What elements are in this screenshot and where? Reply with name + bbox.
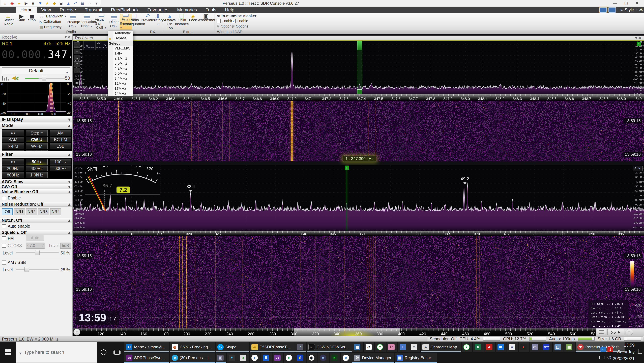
mode-button[interactable]: ••• [2,130,24,136]
tray-display-icon[interactable] [600,355,604,359]
task-visual-studio[interactable]: VSSDRPhaseTwo - Mic... [124,352,169,363]
more-icon[interactable]: ▾ [94,1,99,6]
task-audio-app[interactable]: ♫ [295,342,306,352]
pinned-scope[interactable]: ≈ [330,352,340,363]
pinned-gpu[interactable]: ▤ [564,342,575,352]
filter-button[interactable]: 800Hz [2,172,24,178]
folder-icon[interactable]: ▰ [17,1,22,6]
task-folder[interactable]: ▰E:\SDRPhaseTwo\... [250,342,295,352]
minimize-button[interactable]: — [610,0,620,6]
menu-item-bypass[interactable]: ★Bypass [108,36,133,41]
ctcss-freq-combo[interactable]: 67.0 ˅ [26,243,45,249]
pinned-control-panel[interactable]: ▦ [352,342,363,352]
pinned-record[interactable]: ◉ [307,352,318,363]
close-button[interactable]: ✕ [632,0,643,6]
pinned-teamviewer[interactable]: ⇄ [496,342,506,352]
mode-button[interactable]: CW-U [26,137,48,142]
select-radio-button[interactable]: ▱Select Radio [1,14,16,26]
person-icon[interactable]: ▲ [66,1,71,6]
thumbnail-snr[interactable]: SNR [96,41,108,50]
scroll-right-button[interactable]: » [626,329,633,335]
pinned-sstv[interactable]: SSTV [542,342,552,352]
home-icon[interactable]: ⌂ [3,1,8,6]
preamp-dropdown[interactable]: PreampOn ▼ [67,14,79,30]
preset-dropdown[interactable]: Default▼ [2,68,70,74]
pinned-globe-2[interactable]: ● [284,352,295,363]
nr-button[interactable]: NR2 [26,208,37,215]
menu-item-filter-range[interactable]: 24 - 32MHz [108,91,133,96]
child-instance-button[interactable]: ❏Child Instance [176,14,188,26]
gear-icon[interactable]: ✱ [639,7,643,13]
task-edge[interactable]: e(30) Perseus. - It's al... [170,352,215,363]
noise-reduction-header[interactable]: Noise Reduction: Off▴ [0,202,72,207]
agc-header[interactable]: AGC: Slow▾ [0,179,72,184]
tray-date[interactable]: 20/02/2021 [613,356,634,361]
mode-header[interactable]: Mode▴ [0,122,72,129]
checkbox-unchecked-icon[interactable] [216,19,220,23]
pinned-ie[interactable]: e [341,352,352,363]
record-icon[interactable]: ○ [87,1,92,6]
task-view-button[interactable] [110,341,124,363]
slider-thumb[interactable] [24,267,29,272]
visual-gain-dropdown[interactable]: Visual Gain0 dB ▼ [95,14,108,30]
filter-button[interactable]: 100Hz [50,159,72,165]
rx1-flag[interactable]: 1 [636,42,641,46]
nb-enable-row[interactable]: Enable [2,196,21,200]
task-remote[interactable]: ▣ [216,352,226,363]
pinned-globe-3[interactable]: ● [318,352,329,363]
checkbox-unchecked-icon[interactable] [2,224,6,228]
top-spectrum[interactable] [73,40,644,94]
spin-icon[interactable]: ⇅ [620,8,623,12]
mode-button[interactable]: W-FM [26,143,48,149]
menu-item-filter-range[interactable]: 2.1 - 3.0MHz [108,56,133,61]
checkbox-unchecked-icon[interactable] [2,236,6,240]
notch-auto-enable-row[interactable]: Auto enable [2,224,30,229]
automute-enable[interactable]: Enable [216,19,233,23]
magnifier-minus-icon[interactable]: ⊖ [74,61,80,67]
frequency-button[interactable]: ▤Frequency [40,25,62,29]
pinned-acrobat[interactable]: A [484,342,495,352]
panel-menu-icon[interactable]: ▾ [65,35,66,39]
notch-header[interactable]: Notch: Off▴ [0,218,72,223]
pinned-pipes[interactable]: S [295,352,306,363]
task-device-manager[interactable]: ⚒Device Manager [352,352,394,363]
favourite-icon[interactable]: ★ [45,1,50,6]
menu-item-filter-range[interactable]: 12 - 17MHz [108,81,133,86]
start-button[interactable] [0,341,16,363]
pinned-palette[interactable]: P [386,342,397,352]
bottom-waterfall[interactable] [73,236,644,328]
pinned-antenna-2[interactable]: Y [462,342,472,352]
menu-item-filter-range[interactable]: 17 - 24MHz [108,86,133,91]
squelch-header[interactable]: Squelch: Off▴ [0,230,72,235]
pinned-arrows[interactable]: ⇅ [261,352,272,363]
amssb-level-slider[interactable] [16,269,59,270]
pinned-debug[interactable]: ✶ [227,352,238,363]
previous-button[interactable]: ↶Previous [143,14,153,22]
menu-item[interactable]: Help [220,7,239,13]
menu-item-filter-range[interactable]: 8.4 - 12MHz [108,76,133,81]
bandwidth-button[interactable]: ᎒᎒᎒Bandwidth▼ [40,14,67,19]
automute-options[interactable]: ✱Options [216,24,233,29]
volume-slider[interactable] [25,78,65,79]
help-ring-icon[interactable]: ◉ [10,1,14,6]
mode-button[interactable]: BC-FM [50,137,72,142]
menu-item-filter-range[interactable]: 1.7 - 2.1MHz [108,51,133,56]
menu-item-filter-range[interactable]: 3.0 - 4.2MHz [108,61,133,66]
tray-time[interactable]: 13:59 [624,342,634,348]
menu-item-filter-range[interactable]: 6.0 - 8.4MHz [108,71,133,76]
stop-icon[interactable]: ■ [31,1,36,6]
squelch-fm-row[interactable]: FM [2,236,14,241]
cw-header[interactable]: CW: Off▾ [0,184,72,189]
down-icon[interactable]: ▼ [38,1,42,6]
task-chrome[interactable]: ◍CNN - Breaking N... [170,342,215,352]
filter-button[interactable]: 600Hz [50,166,72,171]
slider-thumb[interactable] [35,250,40,255]
squelch-auto-button[interactable]: Auto [26,235,44,241]
menu-item-filter-range[interactable]: 4.2 - 6.0MHz [108,66,133,71]
lock-icon[interactable]: ◆ [52,1,57,6]
pinned-computer[interactable]: ▢ [553,342,564,352]
pinned-7zip[interactable]: 7z [364,342,374,352]
filter-button[interactable]: 50Hz [26,159,48,165]
play-icon[interactable]: ▶ [24,1,28,6]
tray-day[interactable]: Saturday [617,349,634,354]
